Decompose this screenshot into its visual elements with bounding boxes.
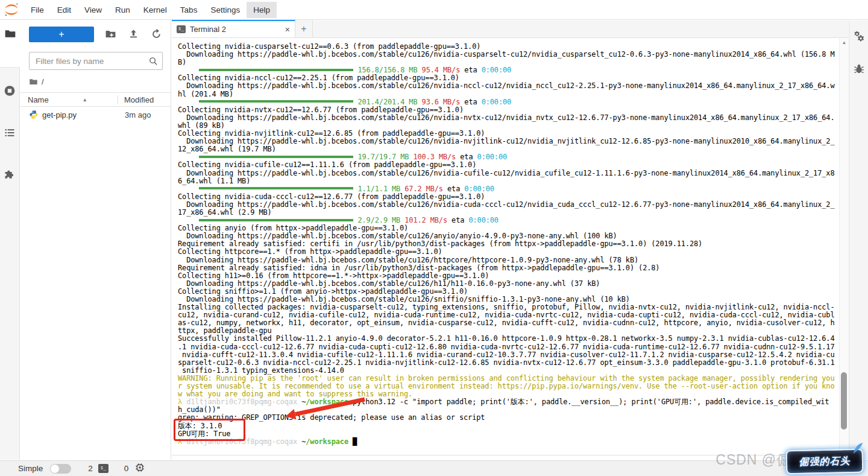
terminal-icon: s_	[177, 25, 186, 33]
upload-icon[interactable]	[128, 28, 140, 40]
sort-ascending-icon: ▲	[83, 97, 87, 103]
author-badge: 倔强的石头	[786, 449, 864, 475]
extensions-puzzle-icon[interactable]	[4, 169, 16, 181]
tab-bar: s_ Terminal 2 × +	[172, 21, 848, 38]
python-file-icon	[29, 110, 39, 119]
terminal-output: Collecting nvidia-cusparselt-cu12==0.6.3…	[178, 43, 838, 455]
left-sidebar-strip	[0, 21, 20, 460]
filter-files-input[interactable]	[29, 52, 163, 70]
right-sidebar-strip	[849, 21, 868, 460]
scroll-up-icon[interactable]: ▲	[840, 39, 848, 47]
file-row[interactable]: get-pip.py3m ago	[20, 107, 171, 122]
simple-mode-label: Simple	[18, 464, 43, 473]
menu-tabs[interactable]: Tabs	[174, 2, 204, 18]
kernel-chip-icon[interactable]	[134, 462, 145, 475]
main-area: s_ Terminal 2 × + Collecting nvidia-cusp…	[172, 21, 848, 460]
close-icon[interactable]: ×	[285, 25, 290, 34]
simple-mode-toggle[interactable]	[50, 464, 71, 474]
refresh-icon[interactable]	[151, 28, 163, 40]
property-inspector-gears-icon[interactable]	[853, 30, 865, 42]
terminals-count: 2	[88, 464, 93, 473]
scrollbar-thumb[interactable]	[841, 372, 847, 430]
new-launcher-button[interactable]: +	[29, 27, 94, 42]
menu-help[interactable]: Help	[247, 2, 277, 18]
new-folder-icon[interactable]	[105, 28, 117, 40]
breadcrumb-root[interactable]: /	[42, 77, 44, 86]
menubar: File Edit View Run Kernel Tabs Settings …	[0, 0, 868, 20]
menu-run[interactable]: Run	[108, 2, 137, 18]
menu-edit[interactable]: Edit	[51, 2, 78, 18]
file-browser-toolbar: +	[20, 21, 171, 47]
terminal-panel[interactable]: Collecting nvidia-cusparselt-cu12==0.6.3…	[172, 39, 848, 455]
file-list: get-pip.py3m ago	[20, 107, 171, 122]
file-list-header: Name ▲ Modified	[20, 92, 171, 107]
breadcrumb[interactable]: /	[20, 70, 171, 92]
menu-kernel[interactable]: Kernel	[137, 2, 174, 18]
column-header-name[interactable]: Name ▲	[20, 95, 118, 104]
column-header-modified[interactable]: Modified	[118, 95, 171, 104]
kernels-count: 0	[124, 464, 129, 473]
jupyter-logo-icon	[4, 2, 19, 17]
new-tab-button[interactable]: +	[295, 20, 313, 37]
terminal-scrollbar[interactable]: ▲ ▼	[839, 39, 848, 455]
debugger-bug-icon[interactable]	[853, 63, 865, 75]
home-folder-icon	[29, 77, 38, 86]
menu-view[interactable]: View	[78, 2, 108, 18]
search-icon	[148, 56, 159, 69]
terminal-status-icon[interactable]: s_	[98, 464, 108, 473]
sidebar-item-file-browser[interactable]	[0, 21, 20, 68]
folder-icon	[4, 28, 16, 40]
file-modified: 3m ago	[118, 110, 171, 119]
menu-settings[interactable]: Settings	[204, 2, 247, 18]
tab-terminal-2[interactable]: s_ Terminal 2 ×	[172, 20, 295, 37]
menu-file[interactable]: File	[24, 2, 51, 18]
jupyterlab-window: File Edit View Run Kernel Tabs Settings …	[0, 0, 868, 476]
file-name: get-pip.py	[42, 110, 118, 119]
feather-decoration-icon	[848, 442, 864, 455]
file-browser-panel: + / Name ▲ Modified	[20, 21, 171, 460]
table-of-contents-icon[interactable]	[4, 127, 16, 139]
running-sessions-icon[interactable]	[4, 84, 16, 97]
tab-label: Terminal 2	[190, 25, 281, 34]
